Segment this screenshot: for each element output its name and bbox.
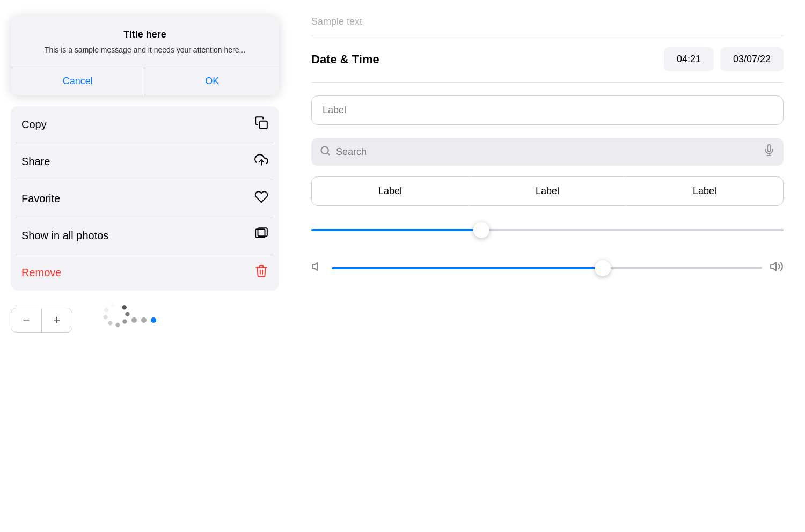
right-panel: Sample text Date & Time 04:21 03/07/22 xyxy=(290,0,805,532)
label-input-row xyxy=(311,93,784,127)
segment-2-button[interactable]: Label xyxy=(469,177,626,205)
alert-buttons: Cancel OK xyxy=(11,67,279,95)
svg-point-4 xyxy=(134,313,138,317)
stepper-minus-button[interactable]: − xyxy=(11,308,41,332)
datetime-row: Date & Time 04:21 03/07/22 xyxy=(311,47,784,83)
copy-icon xyxy=(254,116,268,133)
volume-thumb[interactable] xyxy=(595,260,611,276)
volume-fill xyxy=(332,267,603,269)
search-bar xyxy=(311,138,784,166)
menu-item-show-in-all-photos[interactable]: Show in all photos xyxy=(11,217,279,254)
date-button[interactable]: 03/07/22 xyxy=(720,47,784,71)
slider[interactable] xyxy=(311,222,784,238)
menu-item-remove[interactable]: Remove xyxy=(11,254,279,291)
slider-fill xyxy=(311,229,481,231)
segment-1-button[interactable]: Label xyxy=(312,177,469,205)
svg-point-6 xyxy=(127,326,132,330)
slider-row xyxy=(311,217,784,243)
svg-marker-17 xyxy=(771,262,776,270)
label-input[interactable] xyxy=(311,95,784,125)
volume-low-icon xyxy=(311,260,324,276)
slider-track xyxy=(311,229,784,231)
menu-item-favorite-label: Favorite xyxy=(21,193,60,205)
slider-thumb[interactable] xyxy=(473,222,489,238)
volume-row xyxy=(311,254,784,282)
sample-text: Sample text xyxy=(311,16,362,27)
svg-point-5 xyxy=(133,320,138,325)
bottom-controls: − + xyxy=(11,301,279,339)
datetime-controls: 04:21 03/07/22 xyxy=(664,47,784,71)
search-input[interactable] xyxy=(336,146,758,158)
trash-icon xyxy=(254,264,268,281)
menu-item-copy-label: Copy xyxy=(21,119,47,131)
dot-3 xyxy=(151,317,156,323)
sample-text-row: Sample text xyxy=(311,16,784,36)
heart-icon xyxy=(254,190,268,207)
volume-slider[interactable] xyxy=(332,260,762,276)
svg-marker-16 xyxy=(312,263,317,270)
alert-message: This is a sample message and it needs yo… xyxy=(21,45,268,56)
alert-dialog: Title here This is a sample message and … xyxy=(11,16,279,95)
svg-point-9 xyxy=(113,312,118,317)
mic-icon xyxy=(763,144,775,159)
time-button[interactable]: 04:21 xyxy=(664,47,714,71)
volume-track xyxy=(332,267,762,269)
svg-point-7 xyxy=(119,325,124,330)
left-panel: Title here This is a sample message and … xyxy=(0,0,290,532)
menu-item-favorite[interactable]: Favorite xyxy=(11,180,279,217)
svg-point-10 xyxy=(117,306,122,311)
alert-ok-button[interactable]: OK xyxy=(145,67,280,95)
menu-item-share[interactable]: Share xyxy=(11,143,279,180)
svg-rect-0 xyxy=(260,121,267,129)
svg-point-8 xyxy=(114,319,119,324)
share-icon xyxy=(254,153,268,170)
alert-cancel-button[interactable]: Cancel xyxy=(11,67,145,95)
alert-title: Title here xyxy=(21,29,268,40)
volume-high-icon xyxy=(770,260,784,276)
datetime-label: Date & Time xyxy=(311,53,379,66)
search-icon xyxy=(320,145,331,159)
svg-point-11 xyxy=(125,305,130,310)
menu-item-show-in-all-photos-label: Show in all photos xyxy=(21,230,108,242)
menu-item-copy[interactable]: Copy xyxy=(11,106,279,143)
dot-2 xyxy=(141,317,147,323)
menu-item-remove-label: Remove xyxy=(21,267,61,279)
stepper: − + xyxy=(11,308,72,332)
stepper-plus-button[interactable]: + xyxy=(42,308,72,332)
alert-body: Title here This is a sample message and … xyxy=(11,16,279,66)
svg-line-13 xyxy=(327,152,330,154)
segment-3-button[interactable]: Label xyxy=(626,177,783,205)
menu-item-share-label: Share xyxy=(21,156,50,168)
segmented-control: Label Label Label xyxy=(311,176,784,206)
photos-icon xyxy=(254,227,268,244)
activity-spinner xyxy=(89,307,115,334)
context-menu: Copy Share Favorite xyxy=(11,106,279,291)
